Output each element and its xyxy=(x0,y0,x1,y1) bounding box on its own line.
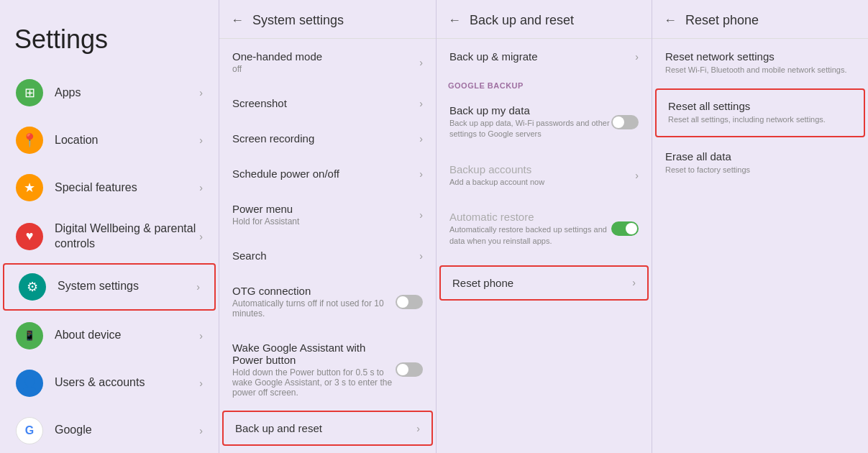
erase-all-title: Erase all data xyxy=(665,150,855,163)
location-chevron: › xyxy=(199,134,203,146)
reset-all-settings-item[interactable]: Reset all settings Reset all settings, i… xyxy=(655,88,865,137)
wake-assistant-sub: Hold down the Power button for 0.5 s to … xyxy=(232,367,396,398)
reset-phone-title: Reset phone xyxy=(452,277,632,289)
auto-restore-title: Automatic restore xyxy=(449,211,611,223)
one-handed-content: One-handed mode off xyxy=(232,50,419,74)
settings-title: Settings xyxy=(0,17,219,69)
reset-back-button[interactable]: ← xyxy=(664,13,677,28)
sidebar-item-wellbeing[interactable]: ♥ Digital Wellbeing & parental controls … xyxy=(0,211,219,262)
screen-recording-title: Screen recording xyxy=(232,132,419,145)
power-menu-title: Power menu xyxy=(232,203,419,215)
special-label: Special features xyxy=(55,180,199,196)
backup-my-data-toggle[interactable] xyxy=(611,115,639,129)
google-backup-label: GOOGLE BACKUP xyxy=(437,74,652,93)
wake-assistant-content: Wake Google Assistant with Power button … xyxy=(232,342,396,398)
backup-accounts-item[interactable]: Backup accounts Add a backup account now… xyxy=(437,152,652,199)
otg-sub: Automatically turns off if not used for … xyxy=(232,298,396,319)
users-icon: 👤 xyxy=(16,370,43,397)
sidebar-item-users[interactable]: 👤 Users & accounts › xyxy=(0,360,219,407)
power-menu-chevron: › xyxy=(419,209,423,221)
search-title: Search xyxy=(232,250,419,262)
special-icon: ★ xyxy=(16,174,43,201)
sidebar-item-location[interactable]: 📍 Location › xyxy=(0,116,219,164)
google-label: Google xyxy=(55,423,199,438)
reset-phone-content: Reset phone xyxy=(452,277,632,289)
system-settings-panel: ← System settings One-handed mode off › … xyxy=(219,0,437,453)
special-chevron: › xyxy=(199,182,203,193)
users-label: Users & accounts xyxy=(55,375,199,390)
reset-network-sub: Reset Wi-Fi, Bluetooth and mobile networ… xyxy=(665,65,855,76)
sidebar-item-about[interactable]: 📱 About device › xyxy=(0,312,219,360)
schedule-item[interactable]: Schedule power on/off › xyxy=(219,156,436,191)
screenshot-chevron: › xyxy=(419,98,423,109)
backup-my-data-item[interactable]: Back up my data Back up app data, Wi-Fi … xyxy=(437,93,652,152)
google-icon: G xyxy=(16,417,43,444)
auto-restore-toggle[interactable] xyxy=(611,221,639,236)
backup-reset-chevron: › xyxy=(416,423,420,434)
sidebar-item-apps[interactable]: ⊞ Apps › xyxy=(0,69,219,116)
erase-all-data-item[interactable]: Erase all data Reset to factory settings xyxy=(652,139,868,187)
wake-assistant-toggle[interactable] xyxy=(396,362,423,377)
screenshot-item[interactable]: Screenshot › xyxy=(219,86,436,121)
schedule-chevron: › xyxy=(419,168,423,180)
one-handed-item[interactable]: One-handed mode off › xyxy=(219,39,436,86)
one-handed-sub: off xyxy=(232,64,419,74)
one-handed-title: One-handed mode xyxy=(232,50,419,63)
reset-all-sub: Reset all settings, including network se… xyxy=(668,114,852,125)
reset-phone-item[interactable]: Reset phone › xyxy=(439,265,649,301)
backup-reset-item[interactable]: Back up and reset › xyxy=(222,411,433,446)
system-back-button[interactable]: ← xyxy=(231,13,244,28)
erase-all-content: Erase all data Reset to factory settings xyxy=(665,150,855,175)
auto-restore-item[interactable]: Automatic restore Automatically restore … xyxy=(437,199,652,258)
reset-network-content: Reset network settings Reset Wi-Fi, Blue… xyxy=(665,50,855,76)
system-icon: ⚙ xyxy=(19,273,46,301)
system-header: ← System settings xyxy=(219,0,436,39)
power-menu-content: Power menu Hold for Assistant xyxy=(232,203,419,226)
otg-toggle[interactable] xyxy=(396,295,423,309)
reset-network-item[interactable]: Reset network settings Reset Wi-Fi, Blue… xyxy=(652,39,868,87)
apps-icon: ⊞ xyxy=(16,79,43,106)
reset-phone-panel: ← Reset phone Reset network settings Res… xyxy=(652,0,868,453)
system-label: System settings xyxy=(58,279,196,294)
backup-reset-title: Back up and reset xyxy=(235,422,416,434)
screen-recording-item[interactable]: Screen recording › xyxy=(219,121,436,156)
apps-label: Apps xyxy=(55,86,199,101)
screenshot-title: Screenshot xyxy=(232,97,419,109)
backup-accounts-sub: Add a backup account now xyxy=(449,177,635,188)
backup-my-data-content: Back up my data Back up app data, Wi-Fi … xyxy=(449,104,611,140)
otg-title: OTG connection xyxy=(232,285,396,297)
power-menu-item[interactable]: Power menu Hold for Assistant › xyxy=(219,191,436,238)
backup-accounts-content: Backup accounts Add a backup account now xyxy=(449,163,635,188)
erase-all-sub: Reset to factory settings xyxy=(665,165,855,175)
reset-all-content: Reset all settings Reset all settings, i… xyxy=(668,100,852,125)
auto-restore-content: Automatic restore Automatically restore … xyxy=(449,211,611,247)
about-icon: 📱 xyxy=(16,322,43,349)
backup-back-button[interactable]: ← xyxy=(448,13,461,28)
power-menu-sub: Hold for Assistant xyxy=(232,216,419,226)
settings-panel: Settings ⊞ Apps › 📍 Location › ★ Special… xyxy=(0,0,219,453)
location-icon: 📍 xyxy=(16,127,43,154)
search-item[interactable]: Search › xyxy=(219,238,436,273)
reset-all-title: Reset all settings xyxy=(668,100,852,112)
screenshot-content: Screenshot xyxy=(232,97,419,109)
auto-restore-sub: Automatically restore backed up settings… xyxy=(449,224,611,247)
apps-chevron: › xyxy=(199,87,203,99)
backup-my-data-title: Back up my data xyxy=(449,104,611,116)
screen-recording-content: Screen recording xyxy=(232,132,419,145)
sidebar-item-special[interactable]: ★ Special features › xyxy=(0,164,219,211)
screen-recording-chevron: › xyxy=(419,133,423,145)
backup-panel-title: Back up and reset xyxy=(470,13,574,28)
wake-assistant-item[interactable]: Wake Google Assistant with Power button … xyxy=(219,330,436,409)
otg-content: OTG connection Automatically turns off i… xyxy=(232,285,396,319)
system-panel-title: System settings xyxy=(252,13,344,28)
sidebar-item-system[interactable]: ⚙ System settings › xyxy=(3,263,216,311)
reset-panel-title: Reset phone xyxy=(685,13,759,28)
backup-my-data-sub: Back up app data, Wi-Fi passwords and ot… xyxy=(449,118,611,140)
backup-migrate-chevron: › xyxy=(635,51,639,63)
schedule-title: Schedule power on/off xyxy=(232,168,419,180)
reset-header: ← Reset phone xyxy=(652,0,868,39)
otg-item[interactable]: OTG connection Automatically turns off i… xyxy=(219,273,436,330)
backup-reset-panel: ← Back up and reset Back up & migrate › … xyxy=(437,0,652,453)
sidebar-item-google[interactable]: G Google › xyxy=(0,407,219,453)
backup-migrate-item[interactable]: Back up & migrate › xyxy=(437,39,652,74)
